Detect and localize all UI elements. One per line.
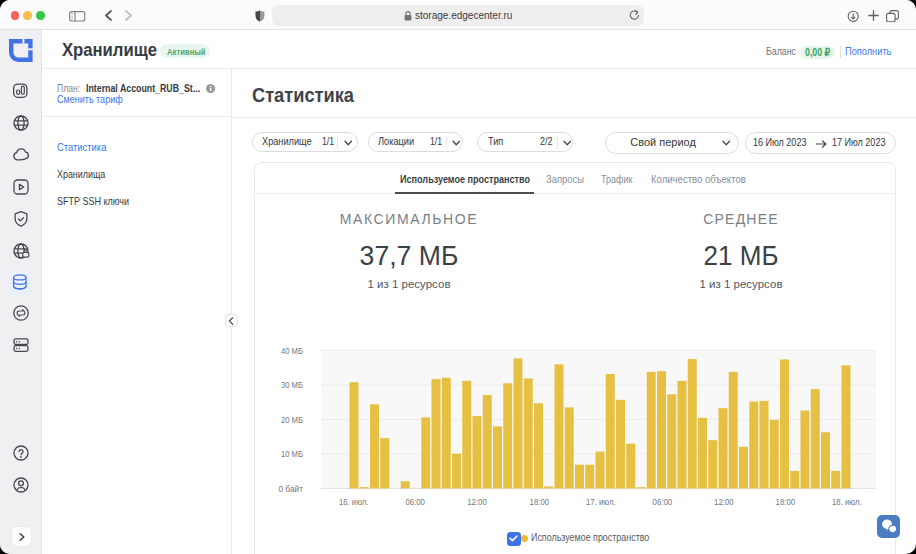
svg-text:18. июл.: 18. июл. — [832, 497, 862, 507]
svg-text:10 МБ: 10 МБ — [281, 449, 303, 459]
svg-text:20 МБ: 20 МБ — [281, 415, 303, 425]
svg-text:06:00: 06:00 — [653, 497, 673, 507]
svg-text:16. июл.: 16. июл. — [339, 497, 369, 507]
svg-text:18:00: 18:00 — [776, 497, 796, 507]
svg-text:30 МБ: 30 МБ — [281, 380, 303, 390]
svg-text:12:00: 12:00 — [467, 497, 487, 507]
svg-text:17. июл.: 17. июл. — [586, 497, 616, 507]
svg-text:40 МБ: 40 МБ — [281, 346, 303, 356]
svg-text:18:00: 18:00 — [530, 497, 550, 507]
svg-text:12:00: 12:00 — [714, 497, 734, 507]
svg-text:0 байт: 0 байт — [278, 484, 303, 494]
svg-text:06:00: 06:00 — [405, 497, 425, 507]
